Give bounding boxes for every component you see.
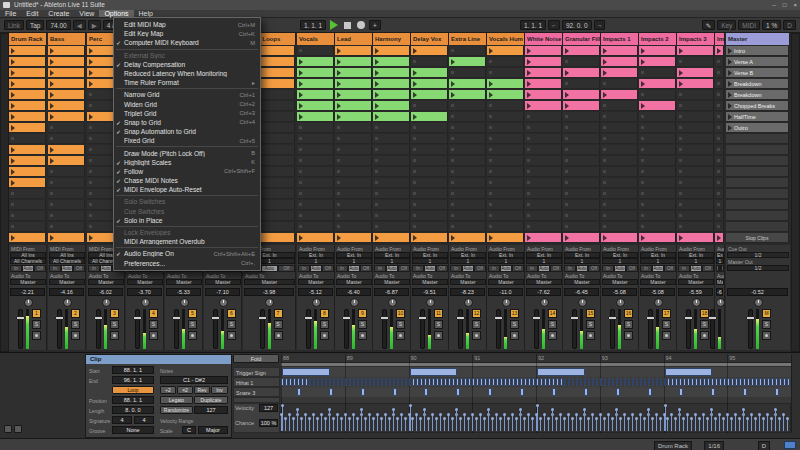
empty-clip-slot[interactable]	[297, 200, 334, 210]
empty-clip-slot[interactable]	[9, 134, 46, 144]
track-header-lead[interactable]: Lead	[335, 33, 373, 45]
menu-options[interactable]: Options	[99, 10, 133, 17]
empty-clip-slot[interactable]	[715, 90, 724, 100]
monitor-auto[interactable]: Auto	[652, 265, 664, 272]
midi-note[interactable]	[588, 378, 591, 386]
velocity-stem[interactable]	[341, 418, 342, 431]
io-output-select[interactable]: Master	[205, 279, 241, 285]
empty-clip-slot[interactable]	[335, 222, 372, 232]
track-activator[interactable]: 13	[510, 309, 519, 318]
io-output-select[interactable]: Master	[244, 279, 295, 285]
midi-map-button[interactable]: MIDI	[738, 20, 760, 30]
monitor-in[interactable]: In	[49, 265, 61, 272]
empty-clip-slot[interactable]	[411, 145, 448, 155]
velocity-stem[interactable]	[512, 414, 513, 431]
velocity-stem[interactable]	[771, 418, 772, 431]
pan-knob[interactable]	[102, 298, 111, 307]
empty-clip-slot[interactable]	[487, 123, 524, 133]
solo-button[interactable]: S	[548, 320, 557, 329]
monitor-auto[interactable]: Auto	[614, 265, 626, 272]
empty-clip-slot[interactable]	[48, 211, 85, 221]
midi-note[interactable]	[596, 378, 599, 386]
clip[interactable]	[297, 233, 334, 243]
pan-knob[interactable]	[388, 298, 397, 307]
empty-clip-slot[interactable]	[373, 145, 410, 155]
empty-clip-slot[interactable]	[48, 178, 85, 188]
midi-note[interactable]	[715, 378, 718, 386]
pan-knob[interactable]	[578, 298, 587, 307]
track-activator[interactable]: M	[762, 309, 771, 318]
empty-clip-slot[interactable]	[639, 200, 676, 210]
volume-display[interactable]: -6.02	[88, 288, 123, 296]
velocity-value[interactable]: 127	[259, 404, 278, 412]
clip[interactable]	[9, 90, 46, 100]
empty-clip-slot[interactable]	[297, 46, 334, 56]
clip[interactable]	[9, 57, 46, 67]
io-output-select[interactable]: Master	[166, 279, 202, 285]
velocity-stem[interactable]	[648, 409, 649, 431]
volume-fader-handle[interactable]	[418, 316, 427, 320]
pan-knob[interactable]	[502, 298, 511, 307]
empty-clip-slot[interactable]	[9, 189, 46, 199]
midi-note[interactable]	[695, 378, 698, 386]
midi-note[interactable]	[397, 378, 400, 386]
solo-button[interactable]: S	[700, 320, 709, 329]
io-output-select[interactable]: Master	[298, 279, 334, 285]
volume-display[interactable]: -5.08	[602, 288, 637, 296]
volume-fader-handle[interactable]	[456, 316, 465, 320]
monitor-off[interactable]: Off	[34, 265, 46, 272]
midi-note[interactable]	[349, 378, 352, 386]
midi-note[interactable]	[405, 378, 408, 386]
arm-button[interactable]	[320, 331, 329, 340]
midi-note[interactable]	[504, 378, 507, 386]
track-header-impacts-1[interactable]: Impacts 1	[601, 33, 639, 45]
midi-note[interactable]	[409, 378, 412, 386]
empty-scene-slot[interactable]	[726, 156, 789, 166]
empty-clip-slot[interactable]	[335, 167, 372, 177]
velocity-stem[interactable]	[544, 414, 545, 431]
nudge-down-icon[interactable]: ◀	[73, 20, 86, 30]
clip[interactable]	[677, 68, 714, 78]
empty-clip-slot[interactable]	[297, 222, 334, 232]
midi-note[interactable]	[464, 378, 467, 386]
velocity-stem[interactable]	[381, 418, 382, 431]
empty-scene-slot[interactable]	[726, 200, 789, 210]
midi-note[interactable]	[333, 378, 336, 386]
empty-clip-slot[interactable]	[601, 200, 638, 210]
empty-clip-slot[interactable]	[601, 178, 638, 188]
scene-slot[interactable]: Breakdown	[726, 79, 789, 89]
velocity-stem[interactable]	[735, 414, 736, 431]
volume-display[interactable]: -5.59	[678, 288, 713, 296]
velocity-stem[interactable]	[537, 405, 538, 431]
io-channel-select[interactable]: 1	[298, 258, 334, 264]
clip[interactable]	[9, 123, 46, 133]
scale-name-select[interactable]: Major	[198, 426, 228, 434]
velocity-stem[interactable]	[377, 414, 378, 431]
arrangement-position-display[interactable]: 1. 1. 1	[300, 20, 326, 30]
empty-scene-slot[interactable]	[726, 211, 789, 221]
monitor-auto[interactable]: Auto	[424, 265, 436, 272]
drum-row-label-snare-3[interactable]: Snare 3	[233, 387, 280, 397]
empty-clip-slot[interactable]	[297, 156, 334, 166]
track-header-impacts-3[interactable]: Impacts 3	[677, 33, 715, 45]
clip[interactable]	[373, 112, 410, 122]
velocity-stem[interactable]	[695, 414, 696, 431]
empty-scene-slot[interactable]	[726, 167, 789, 177]
clip[interactable]	[9, 79, 46, 89]
loop-start-display[interactable]: 1. 1. 1	[520, 20, 546, 30]
clip[interactable]	[563, 46, 600, 56]
velocity-stem[interactable]	[600, 414, 601, 431]
monitor-auto[interactable]: Auto	[538, 265, 550, 272]
velocity-stem[interactable]	[548, 418, 549, 431]
clip[interactable]	[525, 101, 562, 111]
velocity-stem[interactable]	[759, 414, 760, 431]
empty-clip-slot[interactable]	[297, 189, 334, 199]
velocity-stem[interactable]	[644, 418, 645, 431]
empty-clip-slot[interactable]	[411, 134, 448, 144]
empty-clip-slot[interactable]	[297, 145, 334, 155]
empty-clip-slot[interactable]	[601, 189, 638, 199]
empty-clip-slot[interactable]	[563, 211, 600, 221]
midi-note[interactable]	[282, 368, 330, 376]
midi-note[interactable]	[687, 378, 690, 386]
monitor-in[interactable]: In	[640, 265, 652, 272]
